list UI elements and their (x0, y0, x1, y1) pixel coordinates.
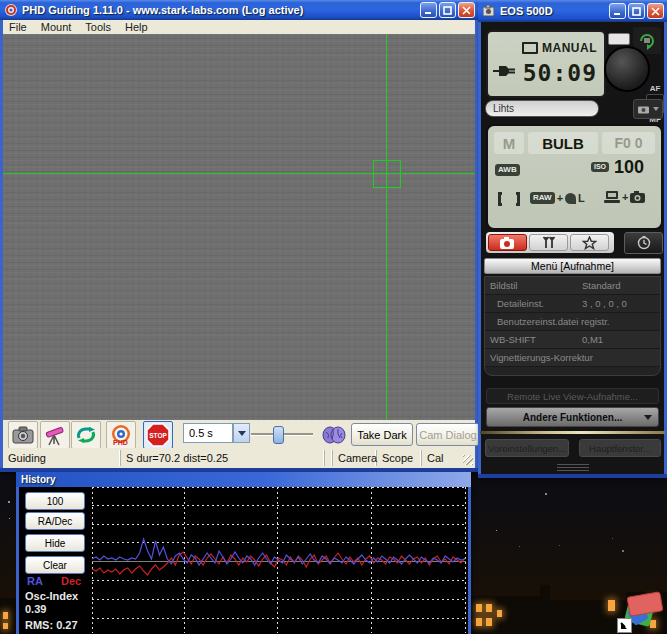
menu-item[interactable]: BildstilStandard (485, 277, 660, 295)
exposure-duration-select[interactable]: 0.5 s (183, 423, 233, 443)
white-balance-badge[interactable]: AWB (495, 164, 520, 176)
menu-item[interactable]: WB-SHIFT0,M1 (485, 331, 660, 349)
star (559, 545, 560, 546)
window-border (478, 22, 481, 478)
building-window-light (476, 618, 482, 626)
main-window-label: Hauptfenster... (589, 443, 651, 454)
stop-button[interactable]: STOP (143, 421, 173, 449)
loop-icon (75, 427, 97, 443)
shutter-speed-value[interactable]: BULB (528, 132, 598, 154)
window-grip[interactable] (557, 464, 589, 471)
history-length-button[interactable]: 100 (25, 492, 85, 510)
phd-status-bar: Guiding S dur=70.2 dist=0.25 Camera Scop… (3, 448, 475, 468)
slider-thumb[interactable] (273, 426, 284, 444)
guide-button[interactable]: PHD (106, 421, 136, 449)
camera-connect-button[interactable] (8, 421, 38, 449)
menu-item[interactable]: Benutzereinst.datei registr. (485, 313, 660, 331)
aperture-value[interactable]: F0 0 (602, 132, 655, 154)
history-chart (92, 487, 466, 633)
desktop-shortcut-icon[interactable] (616, 591, 666, 633)
star (8, 501, 10, 503)
camera-select-button[interactable] (633, 99, 663, 119)
camera-icon (500, 237, 516, 249)
status-camera: Camera (333, 450, 377, 466)
telescope-connect-button[interactable] (40, 421, 70, 449)
exposure-dropdown-arrow[interactable] (233, 423, 250, 443)
hide-button[interactable]: Hide (25, 534, 85, 552)
menu-help[interactable]: Help (125, 21, 148, 33)
eos-utility-window: EOS 500D MANUAL 50:09 AF (478, 0, 667, 478)
menu-item[interactable]: Vignettierungs-Korrektur (485, 349, 660, 367)
maximize-button[interactable] (628, 3, 645, 19)
eos-app-icon (483, 5, 496, 17)
tab-my-menu[interactable] (570, 234, 609, 251)
mode-dial-value[interactable]: M (494, 132, 524, 154)
osc-index-value: 0.39 (25, 603, 46, 615)
save-destination-setting[interactable]: + (604, 190, 647, 204)
take-dark-button[interactable]: Take Dark (351, 423, 413, 446)
separator-line (480, 431, 665, 434)
menu-tools[interactable]: Tools (85, 21, 111, 33)
menu-mount[interactable]: Mount (41, 21, 72, 33)
menu-file[interactable]: File (9, 21, 27, 33)
eos-window-title: EOS 500D (500, 5, 553, 17)
advanced-settings-button[interactable] (319, 421, 349, 449)
raw-badge: RAW (530, 192, 555, 204)
window-border (468, 487, 471, 634)
shortcut-red-card (627, 591, 664, 617)
loop-exposures-button[interactable] (71, 421, 101, 449)
iso-value[interactable]: 100 (614, 157, 644, 178)
tab-setup[interactable] (529, 234, 568, 251)
history-title-bar[interactable]: History (16, 472, 471, 487)
status-mode: Guiding (3, 450, 121, 466)
chevron-down-icon (644, 415, 652, 420)
other-functions-button[interactable]: Andere Funktionen... (486, 407, 659, 427)
guide-star-box (373, 160, 401, 188)
gamma-slider[interactable] (251, 424, 313, 444)
phd-title-bar[interactable]: PHD Guiding 1.11.0 - www.stark-labs.com … (0, 0, 478, 20)
screen: PHD Guiding 1.11.0 - www.stark-labs.com … (0, 0, 667, 634)
presets-button[interactable]: Voreinstellungen... (485, 439, 569, 457)
main-window-button[interactable]: Hauptfenster... (579, 439, 661, 457)
minimize-button[interactable] (420, 2, 437, 18)
remote-live-view-button[interactable]: Remote Live View-Aufnahme... (486, 388, 659, 404)
maximize-button[interactable] (439, 2, 456, 18)
eos-title-bar[interactable]: EOS 500D (478, 0, 667, 22)
timer-button[interactable] (624, 232, 663, 254)
cam-dialog-button[interactable]: Cam Dialog (416, 423, 480, 446)
battery-icon (522, 42, 538, 54)
exposure-value: 0.5 s (189, 427, 213, 439)
guide-camera-image[interactable] (3, 34, 475, 420)
resize-grip[interactable] (463, 455, 473, 465)
presets-label: Voreinstellungen... (488, 443, 566, 454)
clear-button[interactable]: Clear (25, 556, 85, 574)
history-window: History 100 RA/Dec Hide Clear RA Dec Osc… (16, 472, 471, 634)
close-button[interactable] (458, 2, 475, 18)
rotate-camera-icon (638, 32, 656, 50)
camera-lcd-panel: MANUAL 50:09 (486, 30, 606, 98)
star (9, 518, 10, 519)
star (496, 530, 497, 531)
dec-legend-label: Dec (61, 575, 81, 587)
metering-frame-icon[interactable] (498, 192, 520, 206)
stop-label: STOP (149, 432, 167, 439)
tab-shooting[interactable] (488, 234, 527, 251)
menu-header-label: Menü [Aufnahme] (531, 260, 614, 272)
close-button[interactable] (647, 3, 664, 19)
shutter-release-button[interactable] (604, 46, 650, 92)
status-spacer (325, 450, 333, 466)
camera-settings-panel: M BULB F0 0 AWB ISO 100 RAW + L + (486, 124, 663, 230)
ra-dec-toggle-button[interactable]: RA/Dec (25, 512, 85, 530)
minimize-button[interactable] (609, 3, 626, 19)
phd-menu-bar: File Mount Tools Help (3, 20, 475, 34)
camera-name-field[interactable]: Lihts (485, 100, 599, 117)
image-quality-setting[interactable]: RAW + L (530, 192, 585, 204)
iso-badge: ISO (591, 162, 609, 172)
menu-item[interactable]: Detaileinst.3 , 0 , 0 , 0 (485, 295, 660, 313)
building-window-light (497, 610, 502, 617)
star (519, 546, 520, 547)
status-guide-info: S dur=70.2 dist=0.25 (121, 450, 325, 466)
status-scope: Scope (377, 450, 422, 466)
jpeg-large-icon (565, 193, 576, 204)
camera-icon (638, 105, 651, 114)
